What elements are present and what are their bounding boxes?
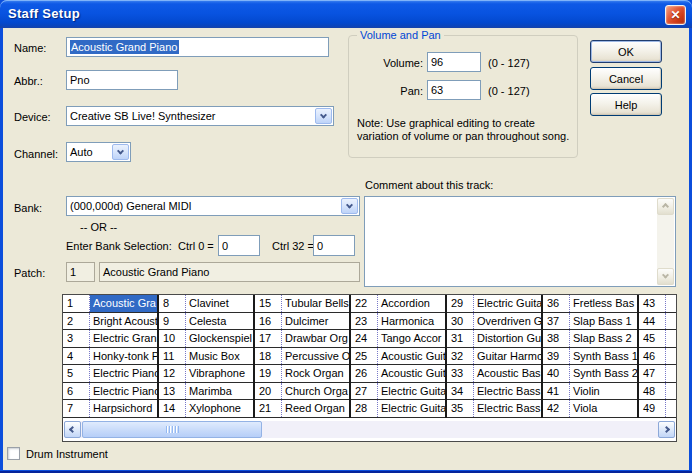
- instrument-name-cell[interactable]: Violin: [570, 383, 637, 400]
- instrument-name-cell[interactable]: Celesta: [186, 313, 253, 330]
- instrument-number-cell[interactable]: 11: [159, 348, 186, 365]
- instrument-number-cell[interactable]: 9: [159, 313, 186, 330]
- bank-combobox-arrow[interactable]: [341, 198, 358, 214]
- scroll-up-button[interactable]: [657, 198, 674, 215]
- instrument-name-cell[interactable]: Glockenspiel: [186, 330, 253, 347]
- instrument-grid-horizontal-scrollbar[interactable]: [64, 421, 675, 438]
- close-button[interactable]: ✕: [665, 5, 686, 25]
- instrument-name-cell[interactable]: Electric Bass: [474, 383, 541, 400]
- instrument-name-cell[interactable]: Dulcimer: [282, 313, 349, 330]
- instrument-number-cell[interactable]: 18: [255, 348, 282, 365]
- titlebar[interactable]: Staff Setup ✕: [0, 0, 692, 28]
- instrument-number-cell[interactable]: 8: [159, 295, 186, 312]
- instrument-number-cell[interactable]: 2: [63, 313, 90, 330]
- instrument-name-cell[interactable]: Slap Bass 2: [570, 330, 637, 347]
- instrument-number-cell[interactable]: 5: [63, 365, 90, 382]
- instrument-number-cell[interactable]: 33: [447, 365, 474, 382]
- instrument-name-cell[interactable]: Overdriven G: [474, 313, 541, 330]
- instrument-name-cell[interactable]: Drawbar Org: [282, 330, 349, 347]
- instrument-name-cell[interactable]: Percussive O: [282, 348, 349, 365]
- instrument-name-cell[interactable]: Viola: [570, 400, 637, 417]
- instrument-name-cell[interactable]: [666, 313, 676, 330]
- scroll-left-button[interactable]: [64, 421, 81, 438]
- instrument-name-cell[interactable]: Tubular Bells: [282, 295, 349, 312]
- instrument-name-cell[interactable]: Reed Organ: [282, 400, 349, 417]
- instrument-name-cell[interactable]: Electric Guita: [378, 383, 445, 400]
- instrument-number-cell[interactable]: 12: [159, 365, 186, 382]
- instrument-number-cell[interactable]: 31: [447, 330, 474, 347]
- instrument-number-cell[interactable]: 49: [639, 400, 666, 417]
- instrument-name-cell[interactable]: Honky-tonk Pi: [90, 348, 157, 365]
- cancel-button[interactable]: Cancel: [590, 67, 662, 90]
- instrument-number-cell[interactable]: 41: [543, 383, 570, 400]
- instrument-number-cell[interactable]: 29: [447, 295, 474, 312]
- help-button[interactable]: Help: [590, 93, 662, 116]
- channel-combobox-arrow[interactable]: [112, 144, 129, 160]
- abbr-input[interactable]: Pno: [66, 70, 178, 90]
- device-combobox[interactable]: Creative SB Live! Synthesizer: [66, 106, 334, 126]
- instrument-name-cell[interactable]: Electric Piano: [90, 365, 157, 382]
- instrument-name-cell[interactable]: [666, 330, 676, 347]
- instrument-name-cell[interactable]: Guitar Harmo: [474, 348, 541, 365]
- instrument-number-cell[interactable]: 14: [159, 400, 186, 417]
- name-input[interactable]: Acoustic Grand Piano: [66, 37, 329, 57]
- ok-button[interactable]: OK: [590, 40, 662, 63]
- instrument-name-cell[interactable]: Music Box: [186, 348, 253, 365]
- instrument-name-cell[interactable]: [666, 365, 676, 382]
- instrument-number-cell[interactable]: 27: [351, 383, 378, 400]
- instrument-name-cell[interactable]: Church Orga: [282, 383, 349, 400]
- instrument-name-cell[interactable]: Acoustic Guit: [378, 348, 445, 365]
- instrument-number-cell[interactable]: 37: [543, 313, 570, 330]
- instrument-name-cell[interactable]: Fretless Bas: [570, 295, 637, 312]
- instrument-number-cell[interactable]: 40: [543, 365, 570, 382]
- instrument-name-cell[interactable]: [666, 400, 676, 417]
- instrument-number-cell[interactable]: 30: [447, 313, 474, 330]
- instrument-name-cell[interactable]: Bright Acoust: [90, 313, 157, 330]
- instrument-name-cell[interactable]: Acoustic Guit: [378, 365, 445, 382]
- instrument-name-cell[interactable]: Synth Bass 2: [570, 365, 637, 382]
- instrument-number-cell[interactable]: 1: [63, 295, 90, 312]
- instrument-name-cell[interactable]: Electric Piano: [90, 383, 157, 400]
- instrument-number-cell[interactable]: 6: [63, 383, 90, 400]
- volume-input[interactable]: 96: [427, 52, 481, 72]
- instrument-number-cell[interactable]: 43: [639, 295, 666, 312]
- instrument-name-cell[interactable]: Vibraphone: [186, 365, 253, 382]
- instrument-number-cell[interactable]: 20: [255, 383, 282, 400]
- instrument-number-cell[interactable]: 23: [351, 313, 378, 330]
- instrument-number-cell[interactable]: 46: [639, 348, 666, 365]
- scrollbar-thumb[interactable]: [82, 421, 262, 438]
- instrument-name-cell[interactable]: Xylophone: [186, 400, 253, 417]
- instrument-name-cell[interactable]: Clavinet: [186, 295, 253, 312]
- instrument-name-cell[interactable]: Rock Organ: [282, 365, 349, 382]
- ctrl0-input[interactable]: 0: [218, 235, 260, 256]
- instrument-number-cell[interactable]: 13: [159, 383, 186, 400]
- comment-vertical-scrollbar[interactable]: [657, 198, 674, 285]
- instrument-number-cell[interactable]: 3: [63, 330, 90, 347]
- instrument-number-cell[interactable]: 35: [447, 400, 474, 417]
- instrument-number-cell[interactable]: 26: [351, 365, 378, 382]
- channel-combobox[interactable]: Auto: [66, 142, 131, 162]
- instrument-number-cell[interactable]: 44: [639, 313, 666, 330]
- instrument-name-cell[interactable]: Harpsichord: [90, 400, 157, 417]
- instrument-number-cell[interactable]: 42: [543, 400, 570, 417]
- ctrl32-input[interactable]: 0: [313, 235, 355, 256]
- instrument-number-cell[interactable]: 21: [255, 400, 282, 417]
- device-combobox-arrow[interactable]: [315, 108, 332, 124]
- instrument-number-cell[interactable]: 19: [255, 365, 282, 382]
- bank-combobox[interactable]: (000,000d) General MIDI: [66, 196, 360, 216]
- instrument-name-cell[interactable]: Marimba: [186, 383, 253, 400]
- instrument-number-cell[interactable]: 4: [63, 348, 90, 365]
- instrument-name-cell[interactable]: Slap Bass 1: [570, 313, 637, 330]
- instrument-number-cell[interactable]: 25: [351, 348, 378, 365]
- instrument-number-cell[interactable]: 28: [351, 400, 378, 417]
- instrument-name-cell[interactable]: [666, 383, 676, 400]
- instrument-number-cell[interactable]: 45: [639, 330, 666, 347]
- instrument-name-cell[interactable]: Electric Guita: [378, 400, 445, 417]
- instrument-name-cell[interactable]: Harmonica: [378, 313, 445, 330]
- instrument-name-cell[interactable]: Acoustic Bas: [474, 365, 541, 382]
- pan-input[interactable]: 63: [427, 80, 481, 100]
- instrument-name-cell[interactable]: Accordion: [378, 295, 445, 312]
- instrument-number-cell[interactable]: 39: [543, 348, 570, 365]
- instrument-number-cell[interactable]: 7: [63, 400, 90, 417]
- instrument-name-cell[interactable]: Synth Bass 1: [570, 348, 637, 365]
